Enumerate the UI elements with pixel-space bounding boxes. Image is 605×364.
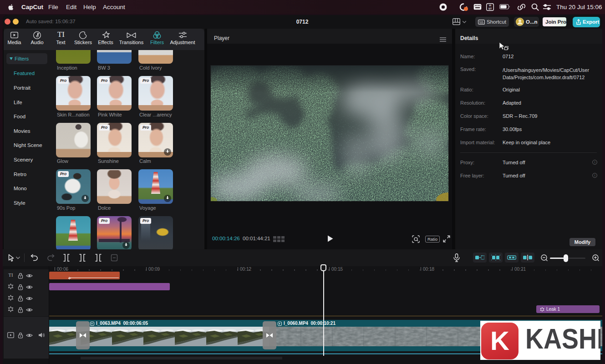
svg-text:ST: ST <box>488 7 492 10</box>
svg-text:i: i <box>595 160 595 164</box>
svg-text:i: i <box>595 173 595 177</box>
svg-text:VI: VI <box>489 4 492 7</box>
